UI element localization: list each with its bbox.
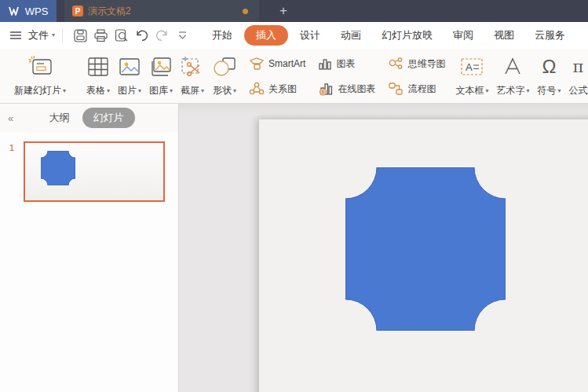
- document-tab[interactable]: P 演示文稿2: [64, 0, 259, 22]
- table-icon: [87, 54, 109, 79]
- symbol-button[interactable]: Ω 符号▾: [533, 51, 564, 101]
- slides-panel: « 大纲 幻灯片 1: [0, 104, 179, 392]
- wordart-button[interactable]: 艺术字▾: [492, 51, 533, 101]
- chart-label: 图表: [336, 57, 355, 71]
- slide-number: 1: [0, 141, 24, 202]
- tab-view[interactable]: 视图: [484, 25, 524, 46]
- new-tab-button[interactable]: +: [270, 0, 297, 22]
- tab-design[interactable]: 设计: [290, 25, 331, 46]
- hamburger-menu-icon[interactable]: [9, 31, 24, 40]
- smartart-button[interactable]: SmartArt: [249, 51, 305, 76]
- wps-presentation-window: WPS P 演示文稿2 + 文件 ▾: [0, 0, 588, 392]
- tab-animation[interactable]: 动画: [331, 25, 371, 46]
- chevron-down-icon: ▾: [52, 32, 55, 38]
- textbox-button[interactable]: A 文本框▾: [451, 51, 492, 101]
- table-label: 表格: [86, 84, 105, 97]
- chevron-down-icon: ▾: [201, 88, 204, 94]
- relationship-diagram-label: 关系图: [268, 82, 297, 96]
- chevron-down-icon: ▾: [557, 88, 561, 94]
- wordart-label: 艺术字: [496, 84, 524, 97]
- picture-button[interactable]: 图片▾: [114, 51, 145, 101]
- chevron-down-icon: ▾: [233, 88, 236, 94]
- menubar: 文件 ▾: [0, 22, 588, 49]
- chart-button[interactable]: 图表: [318, 51, 375, 76]
- relationship-diagram-button[interactable]: 关系图: [249, 76, 305, 101]
- file-menu[interactable]: 文件 ▾: [28, 28, 55, 42]
- formula-button[interactable]: π 公式: [564, 51, 588, 101]
- tab-outline[interactable]: 大纲: [49, 111, 70, 125]
- chart-icon: [318, 57, 332, 71]
- chevron-down-icon: ▾: [485, 88, 488, 94]
- new-slide-label: 新建幻灯片: [14, 84, 61, 97]
- panel-tabs: 大纲 幻灯片: [13, 108, 170, 128]
- mindmap-icon: [388, 57, 404, 71]
- svg-text:A: A: [466, 61, 473, 73]
- shapes-button[interactable]: 形状▾: [208, 51, 241, 101]
- slide-thumbnail[interactable]: [24, 141, 165, 202]
- wordart-icon: [502, 54, 523, 79]
- plaque-shape[interactable]: [345, 167, 506, 331]
- slide-canvas[interactable]: [179, 104, 588, 392]
- flowchart-button[interactable]: 流程图: [388, 76, 445, 101]
- symbol-label: 符号: [537, 84, 556, 97]
- slide-editing-area[interactable]: [259, 119, 588, 392]
- tab-insert[interactable]: 插入: [244, 25, 288, 46]
- screenshot-scissors-icon: [181, 54, 204, 79]
- tab-cloud[interactable]: 云服务: [524, 25, 575, 46]
- chevron-down-icon: ▾: [138, 88, 141, 94]
- slide-thumbnail-list: 1: [0, 132, 178, 202]
- undo-button[interactable]: [131, 25, 152, 46]
- wps-menu-button[interactable]: WPS: [0, 0, 57, 22]
- picture-icon: [119, 54, 141, 79]
- online-chart-label: 在线图表: [338, 82, 375, 96]
- chevron-down-icon: ▾: [107, 88, 110, 94]
- print-preview-button[interactable]: [111, 25, 131, 46]
- new-slide-button[interactable]: 新建幻灯片▾: [3, 51, 70, 101]
- flowchart-icon: [388, 82, 404, 96]
- wps-logo-icon: [9, 6, 21, 16]
- textbox-icon: A: [460, 54, 484, 79]
- main-area: « 大纲 幻灯片 1: [0, 104, 588, 392]
- chevron-down-icon: ▾: [526, 88, 529, 94]
- flowchart-label: 流程图: [407, 82, 436, 96]
- smartart-label: SmartArt: [268, 58, 305, 69]
- panel-header: « 大纲 幻灯片: [0, 104, 178, 132]
- shapes-label: 形状: [213, 84, 232, 97]
- gallery-label: 图库: [149, 84, 168, 97]
- smartart-icon: [249, 57, 265, 71]
- redo-button[interactable]: [152, 25, 172, 46]
- new-slide-icon: [27, 54, 53, 79]
- table-button[interactable]: 表格▾: [82, 51, 114, 101]
- unsaved-dot-icon: [243, 9, 248, 14]
- relationship-diagram-icon: [249, 82, 265, 96]
- mindmap-label: 思维导图: [407, 57, 445, 71]
- insert-ribbon: 新建幻灯片▾ 表格▾ 图片▾: [0, 49, 588, 104]
- tab-slideshow[interactable]: 幻灯片放映: [371, 25, 443, 46]
- separator: [62, 28, 63, 42]
- tab-review[interactable]: 审阅: [443, 25, 484, 46]
- presentation-file-icon: P: [72, 5, 83, 16]
- tab-home[interactable]: 开始: [202, 25, 243, 46]
- save-button[interactable]: [70, 25, 90, 46]
- picture-label: 图片: [118, 84, 137, 97]
- print-button[interactable]: [90, 25, 111, 46]
- mindmap-button[interactable]: 思维导图: [388, 51, 445, 76]
- online-chart-icon: [318, 82, 334, 96]
- online-chart-button[interactable]: 在线图表: [318, 76, 375, 101]
- screenshot-button[interactable]: 截屏▾: [177, 51, 208, 101]
- chevron-down-icon: ▾: [170, 88, 173, 94]
- gallery-button[interactable]: 图库▾: [145, 51, 177, 101]
- shapes-icon: [212, 54, 237, 79]
- textbox-label: 文本框: [455, 84, 484, 97]
- omega-symbol-icon: Ω: [542, 57, 556, 76]
- titlebar: WPS P 演示文稿2 +: [0, 0, 588, 22]
- pi-formula-icon: π: [573, 59, 584, 75]
- tab-slides[interactable]: 幻灯片: [82, 108, 135, 128]
- collapse-panel-button[interactable]: «: [8, 112, 13, 124]
- wps-label: WPS: [25, 5, 49, 17]
- diagram-group: SmartArt 关系图 图表: [249, 51, 445, 101]
- plaque-shape-thumbnail: [41, 151, 75, 185]
- gallery-icon: [150, 54, 172, 79]
- customize-toolbar-button[interactable]: [172, 25, 192, 46]
- document-title: 演示文稿2: [88, 5, 243, 18]
